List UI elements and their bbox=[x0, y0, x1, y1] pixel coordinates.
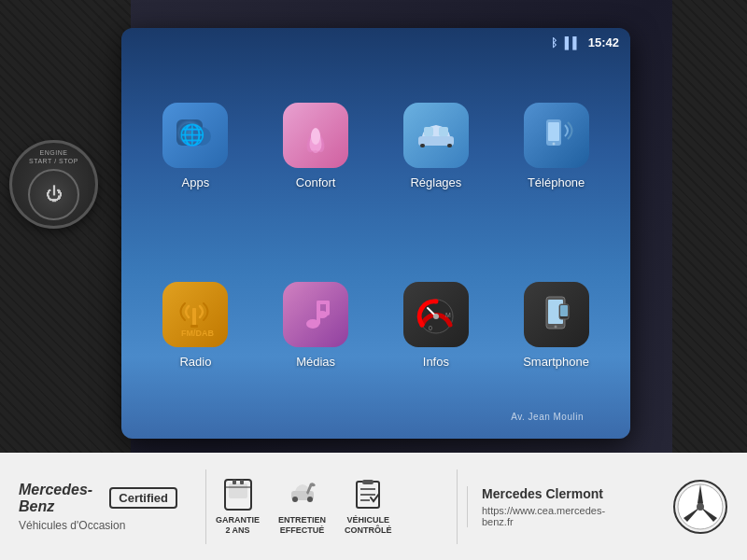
mb-dealer-name: Mercedes Clermont bbox=[482, 486, 603, 501]
mb-brand-name: Mercedes-Benz bbox=[19, 482, 102, 515]
nav-street-label: Av. Jean Moulin bbox=[511, 412, 584, 422]
mb-divider-1 bbox=[205, 469, 206, 544]
certif-entretien: ENTRETIENEFFECTUÉ bbox=[278, 478, 326, 536]
menu-item-apps[interactable]: 🌐 Apps bbox=[140, 61, 251, 231]
svg-rect-13 bbox=[447, 144, 452, 147]
mb-star-logo bbox=[672, 479, 728, 535]
reglages-icon bbox=[413, 112, 459, 159]
car-background: ENGINE START / STOP ⏻ ᛒ ▌▌ 15:42 Av. Jea… bbox=[0, 0, 747, 560]
svg-rect-14 bbox=[424, 127, 433, 136]
medias-label: Médias bbox=[296, 355, 335, 369]
garantie-label: GARANTIE2 ANS bbox=[216, 515, 260, 536]
svg-rect-15 bbox=[439, 127, 448, 136]
garantie-icon bbox=[221, 478, 255, 511]
radio-label: Radio bbox=[179, 355, 211, 369]
svg-text:0: 0 bbox=[429, 325, 432, 331]
infos-icon-wrap: 0 M bbox=[403, 282, 469, 347]
svg-point-34 bbox=[554, 326, 557, 329]
svg-rect-19 bbox=[192, 308, 196, 327]
radio-icon-wrap: FM/DAB bbox=[162, 282, 228, 347]
menu-item-telephone[interactable]: Téléphone bbox=[500, 61, 612, 231]
mb-certified-badge: Certified bbox=[109, 487, 177, 509]
infos-icon: 0 M bbox=[413, 291, 459, 338]
medias-icon bbox=[292, 291, 339, 338]
certif-vehicule: VÉHICULECONTRÔLÉ bbox=[345, 478, 392, 536]
menu-item-reglages[interactable]: Réglages bbox=[381, 61, 492, 231]
svg-rect-17 bbox=[548, 122, 559, 141]
svg-point-25 bbox=[306, 319, 319, 329]
signal-icon: ▌▌ bbox=[565, 36, 581, 49]
svg-point-10 bbox=[311, 128, 320, 145]
menu-item-confort[interactable]: Confort bbox=[261, 61, 372, 231]
vehicule-label: VÉHICULECONTRÔLÉ bbox=[345, 515, 392, 536]
telephone-icon bbox=[533, 112, 580, 159]
certif-garantie: GARANTIE2 ANS bbox=[216, 478, 260, 536]
svg-rect-12 bbox=[420, 144, 425, 147]
telephone-label: Téléphone bbox=[528, 175, 585, 189]
telephone-icon-wrap bbox=[524, 103, 589, 168]
confort-icon bbox=[292, 112, 339, 159]
svg-rect-46 bbox=[362, 480, 374, 484]
confort-label: Confort bbox=[296, 175, 336, 189]
svg-text:M: M bbox=[445, 312, 451, 318]
confort-icon-wrap bbox=[283, 103, 348, 168]
mercedes-star-svg bbox=[672, 479, 728, 535]
reglages-icon-wrap bbox=[403, 103, 469, 168]
entretien-label: ENTRETIENEFFECTUÉ bbox=[278, 515, 326, 536]
svg-point-26 bbox=[317, 311, 328, 318]
mb-dealer-info: Mercedes Clermont https://www.cea.merced… bbox=[467, 486, 672, 527]
mb-certifications: GARANTIE2 ANS ENTRETIENEFFECTUÉ bbox=[216, 478, 447, 536]
svg-text:🌐: 🌐 bbox=[179, 122, 205, 147]
mb-divider-2 bbox=[457, 469, 458, 544]
mb-certified-row: Mercedes-Benz Certified bbox=[19, 482, 177, 515]
svg-rect-20 bbox=[190, 325, 198, 328]
apps-icon: 🌐 bbox=[172, 112, 218, 159]
right-panel bbox=[672, 0, 747, 457]
smartphone-icon bbox=[533, 291, 580, 338]
bluetooth-icon: ᛒ bbox=[551, 36, 557, 49]
infotainment-screen: ᛒ ▌▌ 15:42 Av. Jean Moulin 🌐 bbox=[121, 28, 630, 439]
svg-point-29 bbox=[433, 314, 439, 319]
infos-label: Infos bbox=[423, 355, 449, 369]
menu-item-medias[interactable]: Médias bbox=[261, 241, 372, 412]
engine-start-stop-button[interactable]: ENGINE START / STOP ⏻ bbox=[9, 140, 98, 229]
entretien-icon bbox=[286, 478, 319, 511]
svg-point-43 bbox=[292, 497, 298, 502]
vehicule-icon bbox=[351, 478, 385, 511]
menu-grid: 🌐 Apps bbox=[140, 61, 612, 411]
mb-branding: Mercedes-Benz Certified Véhicules d'Occa… bbox=[0, 482, 196, 532]
mb-subtitle: Véhicules d'Occasion bbox=[19, 519, 125, 532]
radio-icon: FM/DAB bbox=[172, 291, 218, 338]
svg-point-52 bbox=[697, 503, 704, 511]
engine-symbol: ⏻ bbox=[46, 185, 63, 204]
engine-btn-inner[interactable]: ⏻ bbox=[28, 169, 79, 220]
smartphone-label: Smartphone bbox=[523, 355, 589, 369]
menu-item-smartphone[interactable]: Smartphone bbox=[500, 241, 612, 412]
svg-rect-36 bbox=[560, 305, 568, 316]
svg-point-44 bbox=[307, 497, 313, 502]
svg-rect-40 bbox=[233, 480, 236, 484]
medias-icon-wrap bbox=[283, 282, 348, 347]
apps-icon-wrap: 🌐 bbox=[162, 103, 228, 168]
svg-rect-41 bbox=[240, 480, 244, 484]
clock: 15:42 bbox=[588, 35, 619, 49]
mb-dealer-url: https://www.cea.mercedes-benz.fr bbox=[482, 505, 605, 527]
mb-bottom-bar: Mercedes-Benz Certified Véhicules d'Occa… bbox=[0, 453, 747, 560]
menu-item-infos[interactable]: 0 M Infos bbox=[381, 241, 492, 412]
apps-label: Apps bbox=[182, 175, 210, 189]
left-panel: ENGINE START / STOP ⏻ bbox=[0, 0, 131, 457]
reglages-label: Réglages bbox=[410, 175, 461, 189]
svg-text:FM/DAB: FM/DAB bbox=[181, 329, 214, 338]
engine-label: ENGINE bbox=[40, 148, 68, 157]
svg-point-18 bbox=[552, 142, 555, 145]
menu-item-radio[interactable]: FM/DAB Radio bbox=[140, 241, 251, 412]
svg-rect-38 bbox=[229, 483, 247, 498]
smartphone-icon-wrap bbox=[524, 282, 589, 347]
engine-label2: START / STOP bbox=[29, 157, 78, 165]
status-bar: ᛒ ▌▌ 15:42 bbox=[551, 35, 619, 49]
